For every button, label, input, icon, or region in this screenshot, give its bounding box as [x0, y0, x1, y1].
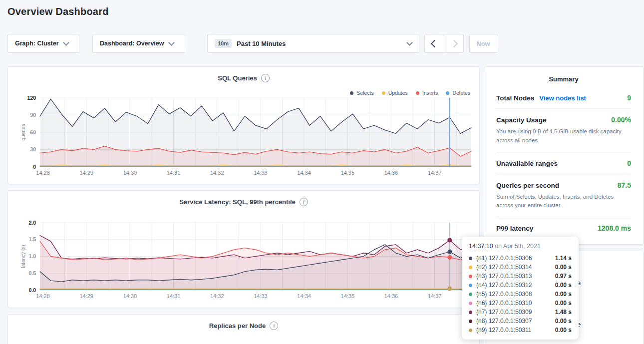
- tooltip-node-value: 1.14 s: [555, 255, 572, 262]
- info-icon[interactable]: i: [261, 74, 270, 82]
- tooltip-row: (n5) 127.0.0.1:503080.00 s: [469, 290, 572, 299]
- now-button-label: Now: [476, 40, 490, 47]
- node-color-dot: [469, 275, 472, 278]
- legend-dot: [350, 91, 353, 95]
- svg-text:1.0: 1.0: [28, 253, 36, 259]
- svg-text:14:33: 14:33: [254, 170, 268, 176]
- tooltip-row: (n6) 127.0.0.1:503100.00 s: [469, 299, 572, 308]
- tooltip-row: (n7) 127.0.0.1:503091.48 s: [469, 308, 572, 317]
- chevron-down-icon: [168, 39, 175, 46]
- svg-text:30: 30: [30, 146, 36, 152]
- svg-text:90: 90: [30, 112, 36, 118]
- node-color-dot: [469, 302, 472, 305]
- summary-title: Summary: [484, 67, 643, 87]
- legend-label: Inserts: [422, 90, 438, 96]
- sql-queries-chart[interactable]: 030609012014:2814:2914:3014:3114:3214:33…: [8, 67, 480, 185]
- svg-text:14:30: 14:30: [123, 293, 137, 299]
- overview-dashboard-page: Overview Dashboard Graph: Cluster Dashbo…: [0, 0, 644, 344]
- node-color-dot: [469, 284, 472, 287]
- svg-text:14:37: 14:37: [428, 293, 442, 299]
- node-color-dot: [469, 320, 472, 323]
- svg-text:0.5: 0.5: [28, 270, 36, 276]
- graph-dropdown[interactable]: Graph: Cluster: [7, 34, 79, 53]
- summary-row: Capacity Usage0.00%You are using 0 B of …: [496, 108, 631, 152]
- svg-text:1.5: 1.5: [28, 236, 36, 242]
- tooltip-row: (n2) 127.0.0.1:503140.00 s: [469, 263, 572, 272]
- summary-row: Unavailable ranges0: [496, 152, 631, 174]
- view-nodes-link[interactable]: View nodes list: [539, 94, 586, 102]
- summary-label: P99 latency: [496, 225, 533, 232]
- chevron-down-icon: [63, 39, 69, 46]
- tooltip-node-value: 0.00 s: [555, 291, 572, 298]
- summary-row: P99 latency1208.0 ms: [496, 217, 631, 239]
- svg-text:14:35: 14:35: [341, 170, 355, 176]
- tooltip-node-label: (n1) 127.0.0.1:50306: [476, 255, 550, 262]
- tooltip-node-label: (n6) 127.0.0.1:50310: [476, 300, 550, 307]
- summary-label: Total Nodes: [496, 94, 534, 102]
- tooltip-node-label: (n5) 127.0.0.1:50308: [476, 291, 550, 298]
- chevron-down-icon: [406, 39, 413, 46]
- svg-text:14:32: 14:32: [210, 170, 224, 176]
- summary-desc: Sum of Selects, Updates, Inserts, and De…: [496, 193, 631, 211]
- tooltip-node-value: 0.97 s: [555, 273, 572, 280]
- svg-text:14:32: 14:32: [210, 293, 224, 299]
- next-time-button[interactable]: [444, 34, 464, 53]
- info-icon[interactable]: i: [300, 198, 308, 206]
- chart-title: SQL Queries: [218, 74, 257, 82]
- node-color-dot: [469, 266, 472, 269]
- summary-desc: You are using 0 B of 4.5 GiB usable disk…: [496, 127, 631, 145]
- svg-text:14:35: 14:35: [341, 293, 355, 299]
- tooltip-node-value: 1.48 s: [555, 309, 572, 316]
- replicas-panel: Replicas per Node i: [7, 314, 480, 344]
- summary-row: Total NodesView nodes list9: [496, 87, 631, 108]
- node-color-dot: [469, 293, 472, 296]
- svg-text:14:29: 14:29: [79, 293, 93, 299]
- time-range-label: Past 10 Minutes: [237, 40, 286, 47]
- svg-text:14:29: 14:29: [79, 170, 93, 176]
- tooltip-node-label: (n8) 127.0.0.1:50307: [476, 318, 550, 325]
- time-range-dropdown[interactable]: 10m Past 10 Minutes: [207, 34, 419, 53]
- page-title: Overview Dashboard: [7, 6, 109, 17]
- legend-dot: [416, 91, 419, 95]
- prev-time-button[interactable]: [424, 34, 444, 53]
- dashboard-dropdown[interactable]: Dashboard: Overview: [92, 34, 185, 53]
- service-latency-panel: 0.00.51.01.52.014:2814:2914:3014:3114:32…: [7, 190, 480, 308]
- svg-text:14:31: 14:31: [167, 293, 181, 299]
- tooltip-node-value: 0.00 s: [555, 264, 572, 271]
- svg-text:14:37: 14:37: [428, 170, 442, 176]
- summary-value: 0: [627, 159, 631, 167]
- svg-text:14:30: 14:30: [123, 170, 137, 176]
- summary-value: 87.5: [618, 181, 631, 189]
- tooltip-node-label: (n7) 127.0.0.1:50309: [476, 309, 550, 316]
- legend-item[interactable]: Deletes: [446, 90, 470, 96]
- service-latency-chart[interactable]: 0.00.51.01.52.014:2814:2914:3014:3114:32…: [8, 191, 480, 309]
- tooltip-rows: (n1) 127.0.0.1:503061.14 s(n2) 127.0.0.1…: [469, 254, 572, 335]
- legend-label: Deletes: [452, 90, 470, 96]
- summary-label: Unavailable ranges: [496, 160, 558, 167]
- legend-item[interactable]: Inserts: [416, 90, 438, 96]
- info-icon[interactable]: i: [270, 322, 278, 330]
- now-button[interactable]: Now: [469, 34, 497, 53]
- chart-title: Replicas per Node: [209, 322, 266, 330]
- svg-text:0: 0: [33, 164, 36, 170]
- summary-label: Queries per second: [496, 182, 559, 189]
- legend-item[interactable]: Selects: [350, 90, 373, 96]
- tooltip-node-value: 0.00 s: [555, 300, 572, 307]
- node-color-dot: [469, 257, 472, 260]
- tooltip-time: 14:37:10: [469, 243, 493, 250]
- tooltip-node-label: (n4) 127.0.0.1:50312: [476, 282, 550, 289]
- toolbar: Graph: Cluster Dashboard: Overview 10m P…: [7, 34, 637, 53]
- svg-text:14:33: 14:33: [254, 293, 268, 299]
- summary-panel: Summary Total NodesView nodes list9Capac…: [484, 66, 644, 245]
- tooltip-node-value: 0.00 s: [555, 318, 572, 325]
- tooltip-row: (n9) 127.0.0.1:503110.00 s: [469, 326, 572, 335]
- tooltip-node-value: 0.00 s: [555, 282, 572, 289]
- tooltip-node-value: 0.00 s: [555, 327, 572, 334]
- summary-rows: Total NodesView nodes list9Capacity Usag…: [484, 87, 643, 239]
- node-color-dot: [469, 329, 472, 332]
- svg-text:60: 60: [30, 129, 36, 135]
- legend-item[interactable]: Updates: [382, 90, 408, 96]
- svg-text:14:34: 14:34: [297, 293, 311, 299]
- graph-dropdown-label: Graph: Cluster: [15, 40, 59, 47]
- svg-text:120: 120: [27, 95, 36, 101]
